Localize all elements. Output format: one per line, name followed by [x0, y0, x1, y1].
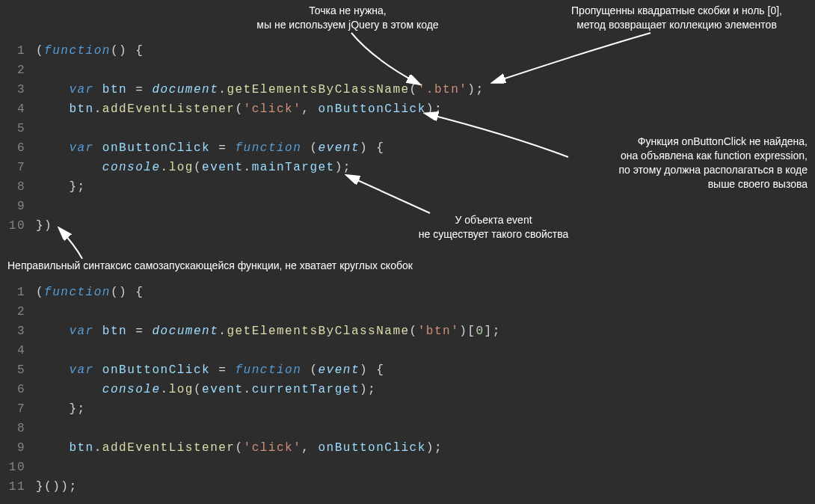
- code-line: 6 var onButtonClick = function (event) {: [0, 138, 815, 158]
- code-block-wrong: 1(function() {23 var btn = document.getE…: [0, 41, 815, 236]
- code-content: };: [36, 399, 86, 419]
- code-content: var btn = document.getElementsByClassNam…: [36, 322, 501, 341]
- code-line: 8: [0, 419, 815, 438]
- line-number: 2: [0, 302, 36, 322]
- annotation-iife-syntax: Неправильный синтаксис самозапускающейся…: [7, 259, 531, 273]
- code-block-correct: 1(function() {23 var btn = document.getE…: [0, 283, 815, 497]
- code-line: 5: [0, 119, 815, 138]
- code-line: 4 btn.addEventListener('click', onButton…: [0, 99, 815, 119]
- code-line: 9: [0, 197, 815, 216]
- line-number: 4: [0, 99, 36, 119]
- code-line: 7 console.log(event.mainTarget);: [0, 158, 815, 177]
- line-number: 9: [0, 197, 36, 216]
- line-number: 10: [0, 216, 36, 236]
- code-line: 2: [0, 302, 815, 322]
- line-number: 2: [0, 61, 36, 80]
- code-content: (function() {: [36, 283, 144, 302]
- code-line: 9 btn.addEventListener('click', onButton…: [0, 438, 815, 458]
- code-line: 3 var btn = document.getElementsByClassN…: [0, 80, 815, 99]
- code-content: var btn = document.getElementsByClassNam…: [36, 80, 485, 99]
- code-content: }): [36, 216, 52, 236]
- code-content: console.log(event.currentTarget);: [36, 380, 376, 399]
- code-line: 4: [0, 341, 815, 360]
- annotation-brackets-zero: Пропущенны квадратные скобки и ноль [0],…: [553, 4, 800, 32]
- code-content: btn.addEventListener('click', onButtonCl…: [36, 438, 443, 458]
- code-content: var onButtonClick = function (event) {: [36, 360, 384, 380]
- line-number: 5: [0, 360, 36, 380]
- code-line: 10}): [0, 216, 815, 236]
- line-number: 1: [0, 283, 36, 302]
- code-line: 3 var btn = document.getElementsByClassN…: [0, 322, 815, 341]
- line-number: 10: [0, 458, 36, 477]
- code-line: 11}());: [0, 477, 815, 497]
- line-number: 7: [0, 399, 36, 419]
- line-number: 4: [0, 341, 36, 360]
- code-content: }());: [36, 477, 78, 497]
- line-number: 8: [0, 419, 36, 438]
- code-line: 1(function() {: [0, 41, 815, 61]
- code-content: var onButtonClick = function (event) {: [36, 138, 384, 158]
- line-number: 3: [0, 322, 36, 341]
- code-content: console.log(event.mainTarget);: [36, 158, 351, 177]
- code-line: 7 };: [0, 399, 815, 419]
- code-line: 6 console.log(event.currentTarget);: [0, 380, 815, 399]
- line-number: 1: [0, 41, 36, 61]
- line-number: 11: [0, 477, 36, 497]
- line-number: 8: [0, 177, 36, 197]
- annotation-jquery-dot: Точка не нужна, мы не используем jQuery …: [224, 4, 471, 32]
- code-line: 2: [0, 61, 815, 80]
- line-number: 7: [0, 158, 36, 177]
- code-line: 10: [0, 458, 815, 477]
- line-number: 5: [0, 119, 36, 138]
- code-content: btn.addEventListener('click', onButtonCl…: [36, 99, 443, 119]
- line-number: 3: [0, 80, 36, 99]
- code-line: 8 };: [0, 177, 815, 197]
- code-line: 5 var onButtonClick = function (event) {: [0, 360, 815, 380]
- line-number: 6: [0, 138, 36, 158]
- line-number: 9: [0, 438, 36, 458]
- code-content: (function() {: [36, 41, 144, 61]
- code-content: };: [36, 177, 86, 197]
- line-number: 6: [0, 380, 36, 399]
- code-line: 1(function() {: [0, 283, 815, 302]
